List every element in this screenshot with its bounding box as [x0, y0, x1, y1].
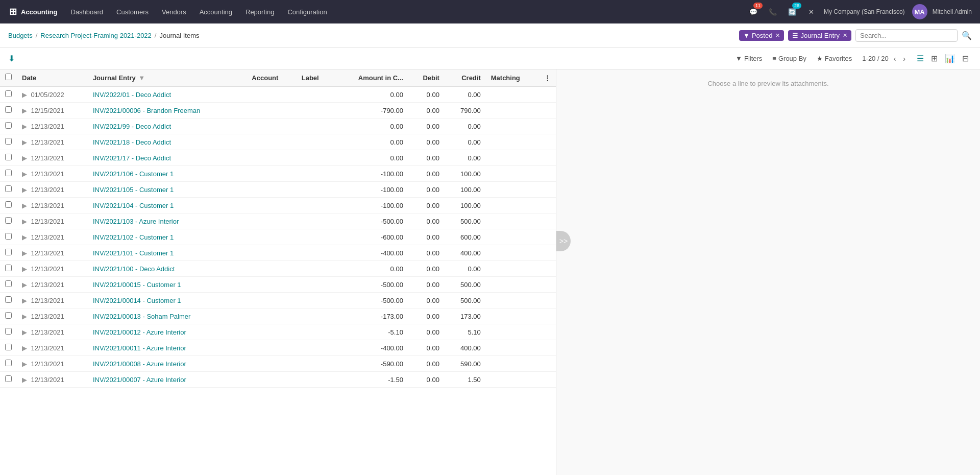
close-button[interactable]: ✕	[804, 5, 819, 19]
breadcrumb-budgets[interactable]: Budgets	[8, 32, 33, 39]
user-avatar[interactable]: MA	[912, 4, 927, 19]
row-checkbox[interactable]	[5, 154, 12, 160]
row-journal-entry[interactable]: INV/2021/17 - Deco Addict	[88, 150, 247, 166]
row-journal-entry[interactable]: INV/2021/00006 - Brandon Freeman	[88, 103, 247, 118]
expand-icon[interactable]: ▶	[22, 297, 27, 304]
account-column-header[interactable]: Account	[247, 69, 296, 86]
kanban-view-button[interactable]: ⊞	[928, 52, 941, 65]
row-journal-entry[interactable]: INV/2021/106 - Customer 1	[88, 166, 247, 182]
expand-icon[interactable]: ▶	[22, 376, 27, 384]
amount-column-header[interactable]: Amount in C...	[334, 69, 408, 86]
menu-reporting[interactable]: Reporting	[239, 6, 280, 18]
row-checkbox[interactable]	[5, 122, 12, 129]
expand-icon[interactable]: ▶	[22, 218, 27, 225]
row-checkbox-cell[interactable]	[0, 86, 17, 103]
row-checkbox[interactable]	[5, 265, 12, 271]
row-journal-entry[interactable]: INV/2021/00011 - Azure Interior	[88, 340, 247, 356]
row-checkbox-cell[interactable]	[0, 118, 17, 134]
row-checkbox[interactable]	[5, 201, 12, 208]
export-button[interactable]: ⬇	[8, 54, 15, 63]
menu-configuration[interactable]: Configuration	[281, 6, 333, 18]
date-column-header[interactable]: Date	[17, 69, 88, 86]
expand-icon[interactable]: ▶	[22, 138, 27, 146]
expand-icon[interactable]: ▶	[22, 123, 27, 130]
row-checkbox[interactable]	[5, 375, 12, 382]
row-checkbox-cell[interactable]	[0, 340, 17, 356]
refresh-button[interactable]: 🔄 26	[785, 5, 799, 19]
row-journal-entry[interactable]: INV/2021/105 - Customer 1	[88, 182, 247, 198]
column-options[interactable]: ⋮	[539, 69, 556, 86]
row-checkbox-cell[interactable]	[0, 293, 17, 308]
row-checkbox-cell[interactable]	[0, 324, 17, 340]
row-checkbox[interactable]	[5, 312, 12, 319]
row-journal-entry[interactable]: INV/2021/00014 - Customer 1	[88, 293, 247, 308]
debit-column-header[interactable]: Debit	[408, 69, 445, 86]
credit-column-header[interactable]: Credit	[445, 69, 486, 86]
row-checkbox[interactable]	[5, 90, 12, 97]
matching-column-header[interactable]: Matching	[486, 69, 539, 86]
row-checkbox-cell[interactable]	[0, 182, 17, 198]
menu-dashboard[interactable]: Dashboard	[65, 6, 110, 18]
expand-icon[interactable]: ▶	[22, 249, 27, 257]
row-checkbox-cell[interactable]	[0, 261, 17, 277]
row-checkbox[interactable]	[5, 106, 12, 113]
expand-icon[interactable]: ▶	[22, 170, 27, 178]
row-journal-entry[interactable]: INV/2021/99 - Deco Addict	[88, 118, 247, 134]
expand-icon[interactable]: ▶	[22, 265, 27, 273]
expand-icon[interactable]: ▶	[22, 91, 27, 99]
expand-icon[interactable]: ▶	[22, 233, 27, 241]
row-checkbox[interactable]	[5, 296, 12, 303]
select-all-checkbox[interactable]	[5, 74, 12, 80]
notifications-button[interactable]: 💬 11	[746, 5, 761, 19]
row-journal-entry[interactable]: INV/2022/01 - Deco Addict	[88, 86, 247, 103]
pivot-view-button[interactable]: ⊟	[959, 52, 972, 65]
row-checkbox-cell[interactable]	[0, 134, 17, 150]
row-checkbox[interactable]	[5, 360, 12, 366]
row-checkbox[interactable]	[5, 233, 12, 240]
row-journal-entry[interactable]: INV/2021/00012 - Azure Interior	[88, 324, 247, 340]
row-checkbox-cell[interactable]	[0, 372, 17, 388]
journal-entry-column-header[interactable]: Journal Entry ▼	[88, 69, 247, 86]
row-journal-entry[interactable]: INV/2021/00013 - Soham Palmer	[88, 308, 247, 324]
row-checkbox[interactable]	[5, 185, 12, 192]
row-checkbox-cell[interactable]	[0, 277, 17, 293]
row-checkbox[interactable]	[5, 249, 12, 255]
app-logo[interactable]: ⊞ Accounting	[4, 6, 63, 17]
posted-filter-tag[interactable]: ▼ Posted ✕	[739, 30, 784, 41]
row-checkbox[interactable]	[5, 170, 12, 176]
expand-icon[interactable]: ▶	[22, 154, 27, 162]
groupby-button[interactable]: ≡ Group By	[768, 53, 811, 64]
menu-customers[interactable]: Customers	[110, 6, 155, 18]
menu-vendors[interactable]: Vendors	[156, 6, 192, 18]
row-checkbox-cell[interactable]	[0, 198, 17, 213]
row-checkbox-cell[interactable]	[0, 103, 17, 118]
expand-icon[interactable]: ▶	[22, 360, 27, 368]
row-checkbox-cell[interactable]	[0, 150, 17, 166]
journal-entry-filter-tag[interactable]: ☰ Journal Entry ✕	[788, 30, 851, 41]
row-journal-entry[interactable]: INV/2021/18 - Deco Addict	[88, 134, 247, 150]
expand-icon[interactable]: ▶	[22, 281, 27, 289]
prev-page-button[interactable]: ‹	[892, 54, 898, 64]
row-checkbox[interactable]	[5, 217, 12, 224]
expand-icon[interactable]: ▶	[22, 107, 27, 114]
row-checkbox[interactable]	[5, 328, 12, 335]
row-checkbox[interactable]	[5, 344, 12, 350]
expand-icon[interactable]: ▶	[22, 186, 27, 194]
row-journal-entry[interactable]: INV/2021/00007 - Azure Interior	[88, 372, 247, 388]
expand-icon[interactable]: ▶	[22, 202, 27, 209]
row-journal-entry[interactable]: INV/2021/104 - Customer 1	[88, 198, 247, 213]
menu-accounting[interactable]: Accounting	[193, 6, 238, 18]
expand-icon[interactable]: ▶	[22, 344, 27, 352]
posted-filter-close[interactable]: ✕	[775, 32, 780, 39]
row-journal-entry[interactable]: INV/2021/00015 - Customer 1	[88, 277, 247, 293]
row-checkbox-cell[interactable]	[0, 166, 17, 182]
search-input[interactable]	[855, 29, 958, 42]
breadcrumb-project[interactable]: Research Project-Framing 2021-2022	[40, 32, 152, 39]
filters-button[interactable]: ▼ Filters	[731, 53, 766, 64]
expand-icon[interactable]: ▶	[22, 328, 27, 336]
row-checkbox[interactable]	[5, 280, 12, 287]
row-journal-entry[interactable]: INV/2021/103 - Azure Interior	[88, 213, 247, 229]
row-journal-entry[interactable]: INV/2021/100 - Deco Addict	[88, 261, 247, 277]
favorites-button[interactable]: ★ Favorites	[813, 53, 856, 64]
call-button[interactable]: 📞	[766, 5, 780, 19]
